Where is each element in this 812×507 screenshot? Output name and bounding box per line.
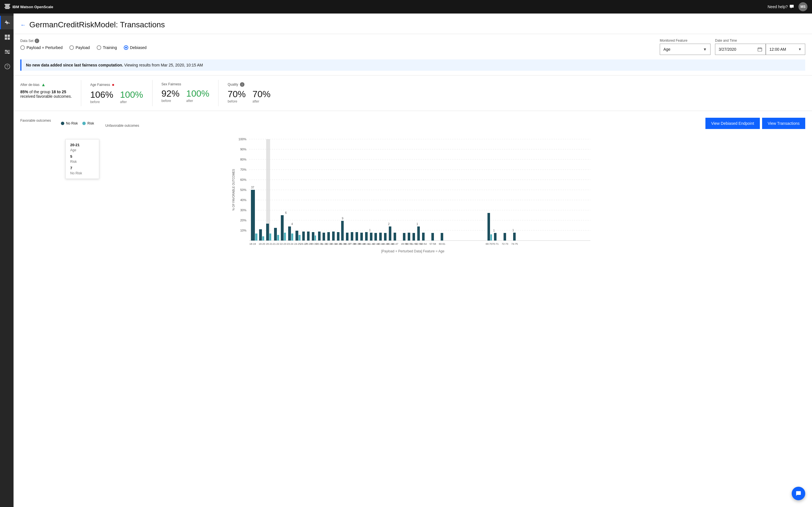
radio-payload-perturbed[interactable]: Payload + Perturbed	[20, 45, 63, 50]
svg-rect-129	[494, 233, 497, 240]
time-select[interactable]: 12:00 AM ▼	[766, 44, 805, 55]
sex-fairness-label: Sex Fairness	[161, 82, 209, 86]
svg-rect-127	[490, 234, 492, 240]
pulse-icon	[4, 20, 10, 25]
svg-rect-71	[312, 232, 314, 240]
after-debias-percent: 85%	[20, 90, 28, 94]
sidebar-item-help[interactable]: ?	[0, 60, 13, 73]
chart-legend: Favorable outcomes Unfavorable outcomes …	[20, 119, 94, 128]
quality-label: Quality i	[227, 82, 270, 87]
monitored-feature-select[interactable]: Age ▼	[660, 44, 711, 55]
svg-rect-80	[332, 231, 335, 240]
dataset-label: Data Set i	[20, 39, 147, 43]
svg-text:90%: 90%	[240, 148, 246, 151]
svg-text:53-54: 53-54	[420, 242, 426, 245]
legend-group: Favorable outcomes Unfavorable outcomes	[20, 119, 54, 128]
svg-text:74-75: 74-75	[511, 242, 518, 245]
filters-right: Monitored Feature Age ▼ Date and Time 3/…	[660, 39, 805, 55]
svg-rect-95	[365, 232, 368, 240]
svg-rect-104	[384, 233, 387, 240]
svg-rect-91	[356, 232, 358, 240]
svg-text:57-58: 57-58	[429, 242, 436, 245]
svg-text:37: 37	[251, 186, 254, 189]
svg-rect-113	[408, 233, 410, 240]
radio-payload[interactable]: Payload	[69, 45, 90, 50]
svg-rect-109	[394, 233, 396, 240]
svg-point-14	[8, 53, 9, 54]
date-time-label: Date and Time	[715, 39, 805, 43]
chevron-down-icon: ▼	[798, 47, 802, 51]
chart-area: Favorable outcomes Unfavorable outcomes …	[13, 111, 812, 260]
svg-rect-64	[296, 231, 298, 240]
after-debias-desc2: received favorable outcomes.	[20, 94, 72, 99]
view-transactions-button[interactable]: View Transactions	[762, 118, 805, 129]
svg-rect-42	[251, 190, 255, 240]
quality-info-icon[interactable]: i	[240, 82, 245, 87]
no-risk-dot	[61, 122, 64, 125]
svg-rect-60	[288, 226, 291, 240]
age-fairness-after: 100% after	[120, 90, 143, 104]
svg-text:2: 2	[388, 223, 390, 226]
age-fairness-numbers: 106% before 100% after	[90, 90, 143, 104]
sidebar-item-settings[interactable]	[0, 45, 13, 59]
help-button[interactable]: Need help?	[767, 4, 794, 9]
svg-rect-115	[412, 233, 415, 240]
svg-rect-93	[360, 233, 363, 240]
after-debias-label: After de-bias ▲	[20, 82, 72, 87]
radio-debiased[interactable]: Debiased	[124, 45, 147, 50]
sex-fairness-section: Sex Fairness 92% before 100% after	[161, 80, 219, 106]
radio-circle	[20, 45, 25, 50]
svg-text:1: 1	[416, 223, 418, 226]
chat-icon	[790, 4, 794, 9]
date-picker[interactable]: 3/27/2020	[715, 44, 766, 55]
svg-rect-50	[266, 224, 269, 240]
grid-icon	[4, 34, 10, 40]
radio-training[interactable]: Training	[97, 45, 117, 50]
svg-rect-74	[318, 231, 320, 240]
svg-text:60%: 60%	[240, 178, 246, 181]
sidebar-item-monitor[interactable]	[0, 16, 13, 29]
svg-rect-43	[255, 233, 257, 240]
svg-text:23-24: 23-24	[287, 242, 293, 245]
chat-fab-button[interactable]	[792, 487, 805, 500]
svg-rect-82	[337, 232, 340, 240]
help-icon: ?	[4, 64, 10, 69]
tooltip-no-risk-label: No Risk	[70, 171, 94, 175]
date-time-group: Date and Time 3/27/2020 12:00 AM ▼	[715, 39, 805, 55]
tooltip-risk: 5	[70, 154, 94, 159]
svg-text:1: 1	[512, 229, 514, 232]
svg-text:70%: 70%	[240, 168, 246, 171]
back-button[interactable]: ←	[20, 22, 26, 28]
radio-circle	[69, 45, 74, 50]
svg-text:10%: 10%	[240, 229, 246, 232]
risk-legend: Risk	[82, 121, 94, 125]
svg-rect-76	[322, 233, 325, 240]
x-axis-label: [Payload + Perturbed Data] Feature = Age	[20, 249, 805, 253]
user-avatar[interactable]: MS	[799, 2, 808, 11]
svg-text:72-73: 72-73	[502, 242, 508, 245]
legend-items: No Risk Risk	[61, 121, 94, 125]
svg-text:18-19: 18-19	[249, 242, 256, 245]
svg-rect-120	[422, 233, 424, 240]
quality-after: 70% after	[253, 89, 271, 103]
page-header: ← GermanCreditRiskModel: Transactions	[13, 13, 812, 34]
svg-rect-117	[417, 226, 420, 240]
dataset-info-icon[interactable]: i	[35, 39, 39, 43]
svg-rect-69	[307, 231, 310, 240]
svg-rect-57	[284, 233, 286, 240]
view-debiased-endpoint-button[interactable]: View Debiased Endpoint	[705, 118, 760, 129]
svg-text:19-20: 19-20	[259, 242, 265, 245]
svg-rect-0	[4, 4, 10, 5]
chart-header: Favorable outcomes Unfavorable outcomes …	[20, 118, 805, 129]
svg-text:70-71: 70-71	[492, 242, 499, 245]
svg-text:50%: 50%	[240, 188, 246, 191]
no-risk-legend: No Risk	[61, 121, 78, 125]
sidebar: ?	[0, 13, 13, 507]
svg-rect-4	[5, 8, 10, 9]
svg-text:?: ?	[6, 64, 8, 68]
svg-text:1: 1	[493, 229, 495, 232]
svg-text:9: 9	[342, 217, 343, 220]
svg-rect-54	[277, 235, 279, 240]
risk-dot	[82, 122, 86, 125]
sidebar-item-grid[interactable]	[0, 31, 13, 44]
